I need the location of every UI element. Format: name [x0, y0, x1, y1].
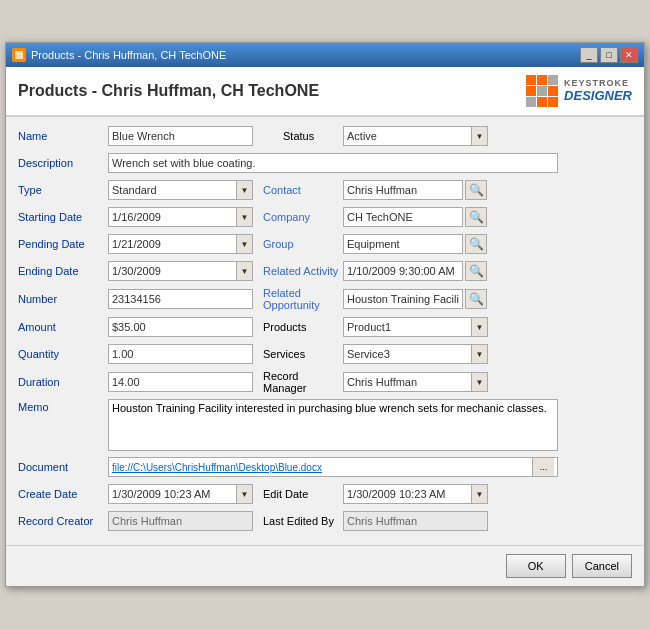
logo-cell-1 [526, 75, 536, 85]
amount-label: Amount [18, 321, 108, 333]
company-browse-icon: 🔍 [469, 210, 484, 224]
company-browse-button[interactable]: 🔍 [465, 207, 487, 227]
group-browse-button[interactable]: 🔍 [465, 234, 487, 254]
bottom-buttons: OK Cancel [6, 545, 644, 586]
related-activity-browse-button[interactable]: 🔍 [465, 261, 487, 281]
services-arrow-icon[interactable]: ▼ [471, 345, 487, 363]
type-contact-row: Type Standard ▼ Contact 🔍 [18, 179, 632, 201]
title-bar-left: Products - Chris Huffman, CH TechONE [12, 48, 226, 62]
logo-cell-2 [537, 75, 547, 85]
ending-date-dropdown[interactable]: 1/30/2009 ▼ [108, 261, 253, 281]
related-activity-field[interactable] [343, 261, 463, 281]
document-container: file://C:\Users\ChrisHuffman\Desktop\Blu… [108, 457, 558, 477]
description-field[interactable] [108, 153, 558, 173]
duration-recmanager-row: Duration Record Manager Chris Huffman ▼ [18, 370, 632, 394]
number-label: Number [18, 293, 108, 305]
contact-browse-button[interactable]: 🔍 [465, 180, 487, 200]
document-link[interactable]: file://C:\Users\ChrisHuffman\Desktop\Blu… [112, 462, 532, 473]
name-status-row: Name Status Active ▼ [18, 125, 632, 147]
cancel-button[interactable]: Cancel [572, 554, 632, 578]
number-field[interactable] [108, 289, 253, 309]
logo-area: KEYSTROKE DESIGNER [526, 75, 632, 107]
logo-grid [526, 75, 558, 107]
products-arrow-icon[interactable]: ▼ [471, 318, 487, 336]
document-label: Document [18, 461, 108, 473]
logo-designer-text: DESIGNER [564, 89, 632, 103]
record-manager-arrow-icon[interactable]: ▼ [471, 373, 487, 391]
type-arrow-icon[interactable]: ▼ [236, 181, 252, 199]
record-creator-field [108, 511, 253, 531]
services-dropdown[interactable]: Service3 ▼ [343, 344, 488, 364]
document-row: Document file://C:\Users\ChrisHuffman\De… [18, 456, 632, 478]
type-dropdown[interactable]: Standard ▼ [108, 180, 253, 200]
pending-date-value: 1/21/2009 [109, 237, 236, 251]
services-label: Services [263, 348, 343, 360]
duration-field[interactable] [108, 372, 253, 392]
document-browse-button[interactable]: ... [532, 458, 554, 476]
create-date-dropdown[interactable]: 1/30/2009 10:23 AM ▼ [108, 484, 253, 504]
amount-field[interactable] [108, 317, 253, 337]
quantity-field[interactable] [108, 344, 253, 364]
createdate-editdate-row: Create Date 1/30/2009 10:23 AM ▼ Edit Da… [18, 483, 632, 505]
company-field[interactable] [343, 207, 463, 227]
title-bar-controls: _ □ ✕ [580, 47, 638, 63]
name-label: Name [18, 130, 108, 142]
create-date-value: 1/30/2009 10:23 AM [109, 487, 236, 501]
ok-button[interactable]: OK [506, 554, 566, 578]
logo-cell-9 [548, 97, 558, 107]
starting-date-arrow-icon[interactable]: ▼ [236, 208, 252, 226]
quantity-label: Quantity [18, 348, 108, 360]
title-bar-text: Products - Chris Huffman, CH TechONE [31, 49, 226, 61]
edit-date-dropdown[interactable]: 1/30/2009 10:23 AM ▼ [343, 484, 488, 504]
products-value: Product1 [344, 320, 471, 334]
status-value: Active [344, 129, 471, 143]
services-value: Service3 [344, 347, 471, 361]
memo-row: Memo [18, 399, 632, 451]
products-dropdown[interactable]: Product1 ▼ [343, 317, 488, 337]
record-manager-label: Record Manager [263, 370, 343, 394]
create-date-arrow-icon[interactable]: ▼ [236, 485, 252, 503]
pendingdate-group-row: Pending Date 1/21/2009 ▼ Group 🔍 [18, 233, 632, 255]
startdate-company-row: Starting Date 1/16/2009 ▼ Company 🔍 [18, 206, 632, 228]
record-manager-dropdown[interactable]: Chris Huffman ▼ [343, 372, 488, 392]
name-field[interactable] [108, 126, 253, 146]
last-edited-field [343, 511, 488, 531]
record-manager-value: Chris Huffman [344, 375, 471, 389]
pending-date-dropdown[interactable]: 1/21/2009 ▼ [108, 234, 253, 254]
ending-date-arrow-icon[interactable]: ▼ [236, 262, 252, 280]
close-button[interactable]: ✕ [620, 47, 638, 63]
logo-text: KEYSTROKE DESIGNER [564, 79, 632, 103]
logo-cell-3 [548, 75, 558, 85]
logo-cell-8 [537, 97, 547, 107]
status-dropdown[interactable]: Active ▼ [343, 126, 488, 146]
quantity-services-row: Quantity Services Service3 ▼ [18, 343, 632, 365]
contact-field[interactable] [343, 180, 463, 200]
app-header: Products - Chris Huffman, CH TechONE KEY… [6, 67, 644, 117]
related-opportunity-browse-button[interactable]: 🔍 [465, 289, 487, 309]
maximize-button[interactable]: □ [600, 47, 618, 63]
last-edited-label: Last Edited By [263, 515, 343, 527]
related-opportunity-label: Related Opportunity [263, 287, 343, 311]
form-area: Name Status Active ▼ Description Type St… [6, 117, 644, 545]
description-row: Description [18, 152, 632, 174]
contact-browse-icon: 🔍 [469, 183, 484, 197]
logo-cell-7 [526, 97, 536, 107]
memo-field[interactable] [108, 399, 558, 451]
status-arrow-icon[interactable]: ▼ [471, 127, 487, 145]
app-title: Products - Chris Huffman, CH TechONE [18, 82, 319, 100]
memo-label: Memo [18, 399, 108, 413]
document-dots: ... [540, 462, 548, 472]
ending-date-value: 1/30/2009 [109, 264, 236, 278]
related-opportunity-field[interactable] [343, 289, 463, 309]
related-opportunity-browse-icon: 🔍 [469, 292, 484, 306]
starting-date-dropdown[interactable]: 1/16/2009 ▼ [108, 207, 253, 227]
pending-date-label: Pending Date [18, 238, 108, 250]
group-label: Group [263, 238, 343, 250]
pending-date-arrow-icon[interactable]: ▼ [236, 235, 252, 253]
window-icon [12, 48, 26, 62]
starting-date-value: 1/16/2009 [109, 210, 236, 224]
minimize-button[interactable]: _ [580, 47, 598, 63]
group-field[interactable] [343, 234, 463, 254]
edit-date-arrow-icon[interactable]: ▼ [471, 485, 487, 503]
type-label: Type [18, 184, 108, 196]
